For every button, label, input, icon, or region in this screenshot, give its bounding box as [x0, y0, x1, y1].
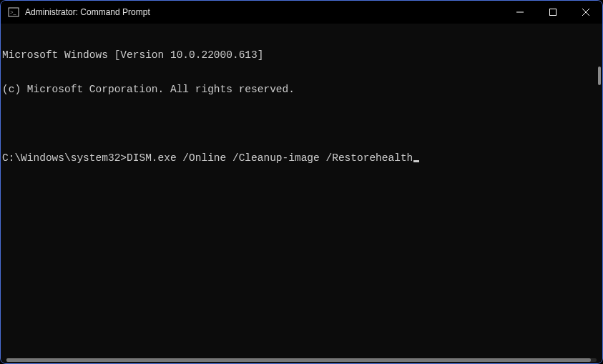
prompt-text: C:\Windows\system32>: [2, 152, 127, 164]
window-title: Administrator: Command Prompt: [25, 7, 150, 17]
close-button[interactable]: [569, 1, 602, 24]
maximize-button[interactable]: [536, 1, 569, 24]
horizontal-scrollbar-track[interactable]: [6, 358, 597, 362]
horizontal-scrollbar-thumb[interactable]: [6, 358, 591, 362]
command-input-text[interactable]: DISM.exe /Online /Cleanup-image /Restore…: [127, 152, 413, 164]
text-cursor: [413, 160, 419, 162]
svg-rect-3: [550, 9, 557, 16]
output-line: (c) Microsoft Corporation. All rights re…: [2, 84, 601, 95]
titlebar[interactable]: >_ Administrator: Command Prompt: [1, 1, 602, 24]
vertical-scrollbar-thumb[interactable]: [598, 67, 601, 85]
terminal-output[interactable]: Microsoft Windows [Version 10.0.22000.61…: [1, 24, 602, 363]
minimize-button[interactable]: [504, 1, 536, 24]
prompt-line: C:\Windows\system32>DISM.exe /Online /Cl…: [2, 152, 601, 164]
window-controls: [504, 1, 602, 24]
output-line: Microsoft Windows [Version 10.0.22000.61…: [2, 49, 601, 61]
cmd-window: >_ Administrator: Command Prompt Microso…: [0, 0, 603, 364]
cmd-icon: >_: [8, 6, 19, 18]
output-blank-line: [2, 118, 601, 129]
svg-text:>_: >_: [10, 9, 17, 16]
